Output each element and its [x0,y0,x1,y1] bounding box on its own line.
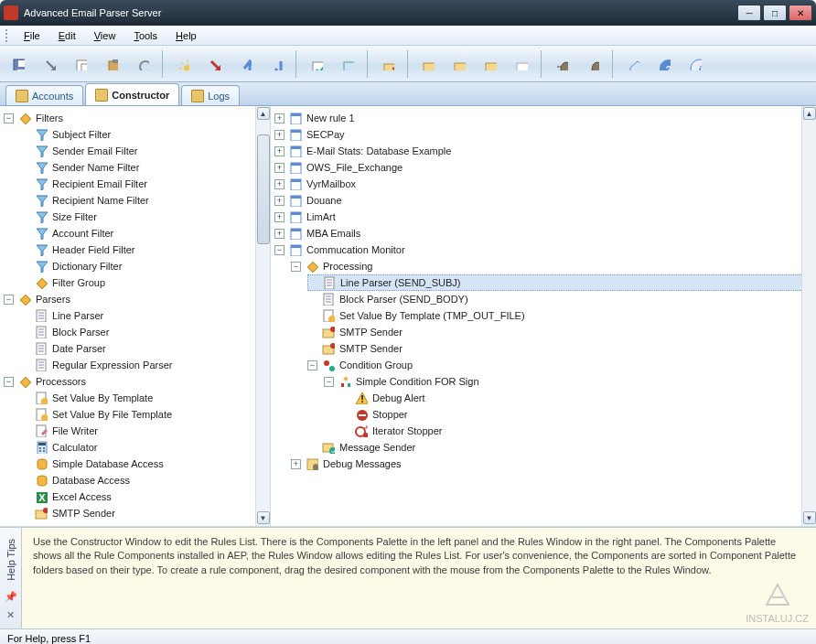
tree-toggle-icon[interactable]: − [4,113,14,123]
palette-group-parsers[interactable]: −Parsers [4,291,270,307]
window-button-1[interactable] [302,49,331,79]
rule-item[interactable]: +VyrMailbox [274,176,816,192]
rule-smtp-2[interactable]: SMTP Sender [307,340,816,357]
tab-accounts[interactable]: Accounts [5,85,83,105]
menu-view[interactable]: View [87,28,123,43]
scroll-up-icon[interactable]: ▲ [257,107,270,120]
palette-item[interactable]: Sender Name Filter [20,159,270,176]
tree-toggle-icon[interactable]: − [4,377,14,387]
tree-toggle-icon[interactable]: + [274,163,285,173]
palette-item[interactable]: XExcel Access [20,488,270,505]
rule-item[interactable]: +New rule 1 [274,110,816,126]
tree-toggle-icon[interactable]: + [274,196,285,206]
rule-block-parser[interactable]: Block Parser (SEND_BODY) [307,291,816,307]
window-button-2[interactable] [333,49,362,79]
delete-button[interactable] [199,49,229,79]
rule-item[interactable]: +SECPay [274,126,816,143]
rule-item[interactable]: +Douane [274,192,816,209]
palette-item[interactable]: Set Value By Template [20,390,270,406]
menu-file[interactable]: File [16,28,48,43]
palette-group-processors[interactable]: −Processors [4,373,270,390]
mail-receive-button[interactable] [373,49,403,79]
tree-toggle-icon[interactable]: + [274,179,285,189]
tree-toggle-icon[interactable]: − [324,377,334,387]
scrollbar-vertical[interactable]: ▲ ▼ [801,106,816,526]
palette-item[interactable]: Size Filter [20,209,270,225]
about-button[interactable]: i [681,49,710,79]
menu-edit[interactable]: Edit [51,28,83,43]
palette-item[interactable]: Block Parser [20,324,270,340]
help-button[interactable]: ? [650,49,679,79]
rule-simple-condition[interactable]: −Simple Condition FOR Sign [324,373,816,390]
palette-item[interactable]: SMTP Sender [20,505,270,521]
mail-check-button[interactable] [445,49,474,79]
rule-item[interactable]: +LimArt [274,209,816,225]
palette-item[interactable]: Set Value By File Template [20,406,270,423]
find-button[interactable] [128,49,157,79]
palette-item[interactable]: Simple Database Access [20,456,270,472]
maximize-button[interactable]: □ [763,5,787,21]
minimize-button[interactable]: ─ [737,5,761,21]
home-button[interactable] [618,49,648,79]
palette-item[interactable]: Filter Group [20,274,270,291]
rule-item[interactable]: +E-Mail Stats: Database Example [274,143,816,159]
move-down-button[interactable] [262,49,291,79]
palette-item[interactable]: Recipient Email Filter [20,176,270,192]
menu-tools[interactable]: Tools [126,28,165,43]
scrollbar-vertical[interactable]: ▲ ▼ [255,106,270,526]
rule-message-sender[interactable]: Message Sender [307,439,816,456]
tree-toggle-icon[interactable]: + [274,113,285,123]
rule-processing[interactable]: −Processing [291,258,816,274]
bug-button-1[interactable] [547,49,576,79]
palette-item[interactable]: Header Field Filter [20,242,270,258]
palette-item[interactable]: Calculator [20,439,270,456]
palette-item[interactable]: Account Filter [20,225,270,242]
rule-iterator-stopper[interactable]: Iterator Stopper [340,423,816,439]
tree-toggle-icon[interactable]: + [274,130,285,140]
palette-item[interactable]: Regular Expression Parser [20,357,270,373]
close-panel-icon[interactable]: ✕ [4,608,18,623]
palette-item[interactable]: Dictionary Filter [20,258,270,274]
scroll-down-icon[interactable]: ▼ [257,511,270,524]
rule-commucation-monitor[interactable]: −Commucation Monitor [274,242,816,258]
scroll-up-icon[interactable]: ▲ [803,107,816,120]
close-button[interactable]: ✕ [789,5,812,21]
tree-toggle-icon[interactable]: − [307,360,317,370]
palette-item[interactable]: File Writer [20,423,270,439]
tab-constructor[interactable]: Constructor [85,83,179,105]
rule-stopper[interactable]: Stopper [340,406,816,423]
tree-toggle-icon[interactable]: + [274,229,285,239]
palette-item[interactable]: Sender Email Filter [20,143,270,159]
rule-condition-group[interactable]: −Condition Group [307,357,816,373]
tree-toggle-icon[interactable]: − [274,245,285,255]
bug-button-2[interactable] [578,49,607,79]
rule-line-parser[interactable]: Line Parser (SEND_SUBJ) [307,274,816,291]
scrollbar-thumb[interactable] [257,134,270,244]
new-rule-button[interactable] [168,49,198,79]
tree-toggle-icon[interactable]: + [291,459,301,469]
palette-group-filters[interactable]: −Filters [4,110,270,126]
menu-help[interactable]: Help [168,28,204,43]
tree-toggle-icon[interactable]: + [274,146,285,156]
palette-item[interactable]: Database Access [20,472,270,488]
rule-smtp-1[interactable]: SMTP Sender [307,324,816,340]
rule-set-value[interactable]: Set Value By Template (TMP_OUT_FILE) [307,307,816,324]
rule-item[interactable]: +MBA Emails [274,225,816,242]
palette-item[interactable]: Subject Filter [20,126,270,143]
tree-toggle-icon[interactable]: − [4,295,14,305]
tree-toggle-icon[interactable]: + [274,212,285,222]
save-button[interactable] [4,49,33,79]
pin-icon[interactable]: 📌 [4,590,18,605]
scroll-down-icon[interactable]: ▼ [803,511,816,524]
move-up-button[interactable] [231,49,260,79]
mail-edit-button[interactable] [476,49,505,79]
paste-button[interactable] [97,49,126,79]
rule-item[interactable]: +OWS_File_Exchange [274,159,816,176]
palette-item[interactable]: Recipient Name Filter [20,192,270,209]
copy-button[interactable] [66,49,95,79]
rule-debug-messages[interactable]: +Debug Messages [291,456,816,472]
mail-delete-button[interactable] [507,49,536,79]
mail-add-button[interactable] [413,49,443,79]
palette-item[interactable]: Line Parser [20,307,270,324]
tree-toggle-icon[interactable]: − [291,262,301,272]
